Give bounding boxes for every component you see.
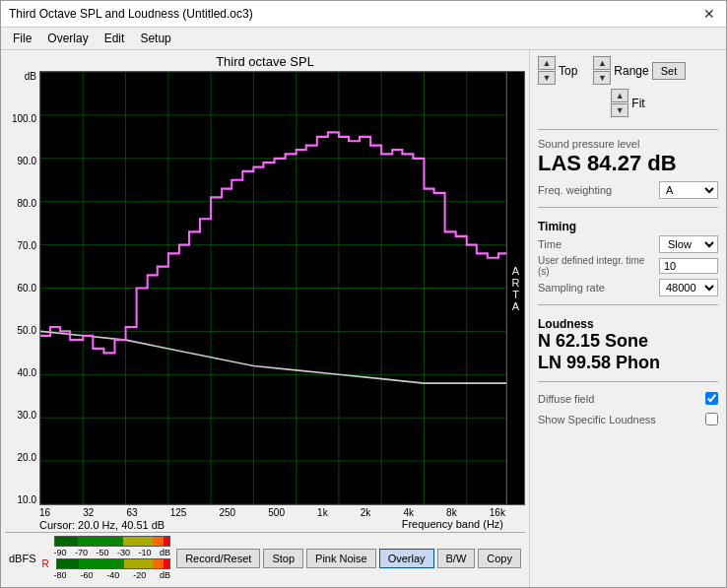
meter-tick-db1: dB [160, 548, 170, 557]
x-axis: 16 32 63 125 250 500 1k 2k 4k 8k 16k [5, 507, 525, 518]
freq-weighting-row: Freq. weighting A B C Z [538, 181, 718, 199]
y-tick-40: 40.0 [18, 367, 36, 378]
x-tick-1k: 1k [317, 507, 328, 518]
range-down-button[interactable]: ▼ [593, 71, 611, 85]
sampling-select[interactable]: 44100 48000 96000 [659, 279, 718, 296]
top-nav-label: Top [559, 64, 577, 78]
time-label: Time [538, 238, 655, 250]
meter-tick2-minus20: -20 [133, 570, 146, 580]
meter-tick-minus30: -30 [117, 548, 130, 557]
pink-noise-button[interactable]: Pink Noise [306, 549, 376, 568]
loudness-section: Loudness N 62.15 Sone LN 99.58 Phon [538, 317, 718, 373]
y-tick-90: 90.0 [18, 156, 36, 166]
y-label-db: dB [25, 71, 36, 82]
diffuse-field-checkbox[interactable] [705, 392, 718, 405]
bottom-bar: dBFS -90 [5, 532, 525, 583]
divider-4 [538, 381, 718, 382]
x-tick-500: 500 [268, 507, 285, 518]
menu-bar: File Overlay Edit Setup [1, 28, 726, 50]
arta-label: A R T A [507, 71, 525, 505]
level-meter: -90 -70 -50 -30 -10 dB R [42, 536, 171, 580]
x-tick-2k: 2k [361, 507, 371, 518]
meter-tick2-minus40: -40 [106, 570, 119, 580]
range-up-button[interactable]: ▲ [593, 56, 611, 70]
integr-input[interactable] [659, 258, 718, 274]
chart-area: Third octave SPL dB 100.0 90.0 80.0 70.0… [1, 50, 529, 587]
divider-1 [538, 129, 718, 130]
top-up-button[interactable]: ▲ [538, 56, 556, 70]
x-tick-8k: 8k [446, 507, 457, 518]
x-tick-16k: 16k [490, 507, 505, 518]
freq-band-label: Frequency band (Hz) [400, 518, 505, 532]
title-bar: Third Octave SPL and Loudness (Untitled.… [1, 1, 726, 28]
fit-nav-label: Fit [631, 97, 644, 110]
main-window: Third Octave SPL and Loudness (Untitled.… [0, 0, 727, 588]
bw-button[interactable]: B/W [437, 549, 476, 568]
record-reset-button[interactable]: Record/Reset [176, 549, 260, 568]
meter-tick-minus70: -70 [75, 548, 88, 557]
freq-weighting-select[interactable]: A B C Z [659, 181, 718, 199]
bottom-buttons: Record/Reset Stop Pink Noise Overlay B/W… [176, 549, 521, 568]
close-button[interactable]: ✕ [700, 5, 718, 23]
y-tick-10: 10.0 [18, 494, 36, 505]
divider-2 [538, 207, 718, 208]
top-down-button[interactable]: ▼ [538, 71, 556, 85]
stop-button[interactable]: Stop [263, 549, 303, 568]
chart-plot[interactable] [39, 71, 507, 505]
menu-setup[interactable]: Setup [132, 30, 178, 47]
sampling-label: Sampling rate [538, 282, 655, 294]
time-select[interactable]: Slow Fast [659, 235, 718, 253]
fit-nav-group: ▲ ▼ [611, 89, 628, 117]
integr-row: User defined integr. time (s) [538, 255, 718, 277]
meter-tick-minus50: -50 [97, 548, 109, 557]
timing-row: Time Slow Fast [538, 235, 718, 253]
y-tick-70: 70.0 [18, 240, 36, 251]
x-tick-4k: 4k [403, 507, 414, 518]
x-tick-32: 32 [83, 507, 94, 518]
menu-file[interactable]: File [5, 30, 39, 47]
x-tick-63: 63 [126, 507, 137, 518]
diffuse-field-row: Diffuse field [538, 392, 718, 405]
range-nav-label: Range [614, 64, 648, 78]
chart-title: Third octave SPL [5, 54, 525, 69]
y-tick-100: 100.0 [12, 113, 36, 124]
meter-tick2-db2: dB [160, 570, 170, 580]
top-nav-group: ▲ ▼ [538, 56, 556, 85]
y-tick-30: 30.0 [18, 410, 36, 421]
menu-overlay[interactable]: Overlay [39, 30, 96, 47]
divider-3 [538, 304, 718, 305]
y-axis: dB 100.0 90.0 80.0 70.0 60.0 50.0 40.0 3… [5, 71, 39, 505]
y-tick-20: 20.0 [18, 452, 36, 463]
loudness-title: Loudness [538, 317, 718, 331]
show-specific-label: Show Specific Loudness [538, 414, 701, 425]
fit-down-button[interactable]: ▼ [611, 103, 628, 117]
integr-label: User defined integr. time (s) [538, 255, 655, 277]
timing-section: Timing Time Slow Fast User defined integ… [538, 216, 718, 296]
x-tick-125: 125 [170, 507, 187, 518]
window-title: Third Octave SPL and Loudness (Untitled.… [9, 7, 253, 21]
loudness-ln-value: LN 99.58 Phon [538, 353, 718, 374]
meter-tick2-minus80: -80 [54, 570, 67, 580]
timing-title: Timing [538, 220, 718, 233]
overlay-button[interactable]: Overlay [379, 549, 434, 568]
fit-up-button[interactable]: ▲ [611, 89, 628, 102]
spl-value: LAS 84.27 dB [538, 152, 718, 175]
right-panel: ▲ ▼ Top ▲ ▼ Range Set ▲ [529, 50, 726, 587]
copy-button[interactable]: Copy [478, 549, 521, 568]
y-tick-80: 80.0 [18, 198, 36, 209]
range-set-button[interactable]: Set [652, 62, 687, 80]
y-tick-60: 60.0 [18, 283, 36, 294]
x-tick-16: 16 [39, 507, 50, 518]
channel-r-label: R [42, 558, 54, 569]
meter-tick-minus10: -10 [139, 548, 152, 557]
y-tick-50: 50.0 [18, 325, 36, 336]
x-tick-250: 250 [220, 507, 236, 518]
top-range-row: ▲ ▼ Top ▲ ▼ Range Set [538, 56, 718, 85]
menu-edit[interactable]: Edit [97, 30, 133, 47]
show-specific-checkbox[interactable] [705, 413, 718, 425]
sampling-row: Sampling rate 44100 48000 96000 [538, 279, 718, 296]
freq-weighting-label: Freq. weighting [538, 184, 653, 196]
spl-section: Sound pressure level LAS 84.27 dB [538, 138, 718, 175]
cursor-info: Cursor: 20.0 Hz, 40.51 dB [39, 518, 165, 532]
diffuse-field-label: Diffuse field [538, 393, 701, 405]
